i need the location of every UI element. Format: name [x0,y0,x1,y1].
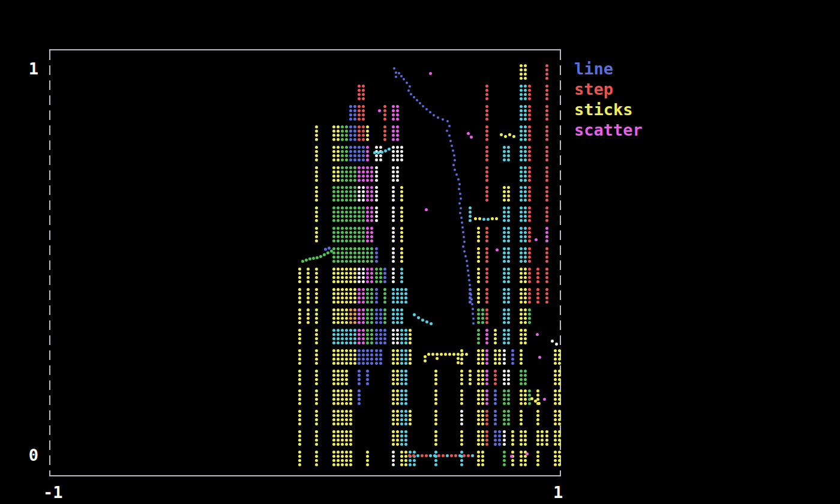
terminal-plot-screen: 1 0 -1 1 line step sticks scatter [0,0,840,504]
plot-dot-field [0,0,840,504]
